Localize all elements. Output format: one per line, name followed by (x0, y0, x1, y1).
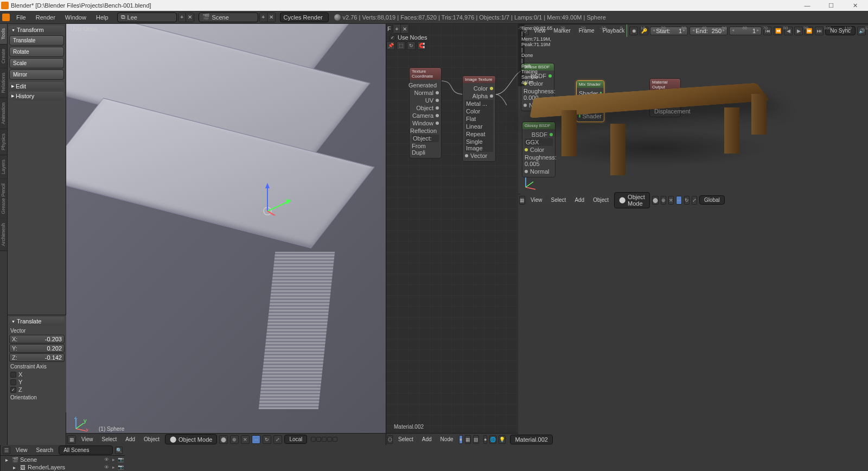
backdrop-icon[interactable]: ⬚ (397, 41, 405, 50)
compositor-icon[interactable]: ▦ (465, 435, 471, 444)
rotate-button[interactable]: Rotate (9, 47, 64, 57)
maximize-button[interactable]: ☐ (819, 0, 843, 11)
status-bar: v2.76 | Verts:88,019 | Faces:87,520 | Tr… (334, 14, 606, 21)
scene-add-remove[interactable]: +✕ (259, 12, 276, 22)
orientation-dropdown[interactable]: Local (284, 435, 307, 444)
pivot-icon[interactable]: ⊕ (230, 435, 239, 444)
material-field[interactable]: Material.002 (510, 435, 553, 444)
panel-transform-head[interactable]: Transform (9, 26, 64, 34)
rv-select-menu[interactable]: Select (548, 196, 570, 204)
shader-type-icon[interactable]: ● (459, 435, 463, 444)
pin-icon[interactable]: 📌 (386, 41, 395, 50)
texture-icon[interactable]: ▨ (473, 435, 479, 444)
rv-shading-icon[interactable]: ⬤ (652, 196, 659, 205)
object-shader-icon[interactable]: ● (483, 435, 487, 444)
node-image-texture[interactable]: Image Texture Color Alpha Metal ... Colo… (462, 75, 496, 162)
object-menu[interactable]: Object (141, 435, 163, 443)
rv-manip-scale-icon[interactable]: ⤢ (692, 196, 697, 205)
out-view-menu[interactable]: View (12, 446, 31, 454)
node-editor[interactable]: Texture Coordinate Generated Normal UV O… (386, 24, 518, 445)
keyframe-prev-icon[interactable]: ⏪ (774, 27, 782, 35)
editor-type-icon[interactable]: ▦ (67, 435, 76, 444)
manipulator-toggle-icon[interactable]: ⤧ (241, 435, 250, 444)
minimize-button[interactable]: — (795, 0, 819, 11)
op-y-field[interactable]: Y:0.202 (9, 344, 65, 353)
mirror-button[interactable]: Mirror (9, 69, 64, 80)
manip-scale-icon[interactable]: ⤢ (273, 435, 282, 444)
op-x-field[interactable]: X:-0.203 (9, 335, 65, 343)
op-z-field[interactable]: Z:-0.142 (9, 353, 65, 362)
use-nodes-check[interactable]: ✓Use Nodes (388, 34, 518, 41)
node-texcoord[interactable]: Texture Coordinate Generated Normal UV O… (409, 67, 442, 158)
lamp-shader-icon[interactable]: 💡 (499, 435, 506, 444)
world-shader-icon[interactable]: 🌐 (489, 435, 496, 444)
vtab-grease[interactable]: Grease Pencil (0, 179, 7, 219)
rv-manip-rotate-icon[interactable]: ↻ (684, 196, 690, 205)
rv-manipulator-icon[interactable]: ⤧ (668, 196, 674, 205)
select-menu[interactable]: Select (99, 435, 120, 443)
scene-dropdown[interactable]: 🎬Scene (199, 12, 258, 22)
play-icon[interactable]: ▶ (794, 27, 803, 35)
rv-mode-dropdown[interactable]: ⬤Object Mode (614, 192, 650, 208)
editor-type-icon[interactable]: ⬡ (387, 435, 393, 444)
editor-type-icon[interactable]: ▦ (519, 196, 525, 205)
timeline-tick: -30 (559, 26, 565, 30)
editor-type-icon[interactable]: ☰ (3, 447, 10, 454)
add-menu[interactable]: Add (122, 435, 138, 443)
search-icon[interactable]: 🔍 (115, 447, 123, 454)
snap-icon[interactable]: 🧲 (417, 41, 426, 50)
menu-help[interactable]: Help (92, 12, 113, 22)
constraint-x-check[interactable]: X (9, 371, 65, 378)
mat-add-remove[interactable]: +✕ (393, 24, 409, 34)
autoupdate-icon[interactable]: ↻ (407, 41, 416, 50)
scale-button[interactable]: Scale (9, 58, 64, 68)
vtab-animation[interactable]: Animation (0, 98, 7, 129)
vtab-relations[interactable]: Relations (0, 68, 7, 98)
constraint-z-check[interactable]: ✓Z (9, 386, 65, 393)
manip-translate-icon[interactable]: ↔ (252, 435, 260, 444)
outliner[interactable]: ☰ View Search All Scenes 🔍 ▸🎬Scene👁▸📷▸🖼R… (1, 445, 125, 471)
rv-manip-translate-icon[interactable]: ↔ (676, 196, 682, 205)
close-button[interactable]: ✕ (843, 0, 867, 11)
blender-icon[interactable] (2, 14, 10, 21)
rv-view-menu[interactable]: View (527, 196, 546, 204)
out-filter-dropdown[interactable]: All Scenes (59, 445, 113, 455)
layout-add-remove[interactable]: +✕ (178, 12, 194, 22)
render-engine-dropdown[interactable]: Cycles Render (280, 12, 329, 22)
jump-end-icon[interactable]: ⏭ (815, 27, 824, 35)
outliner-item[interactable]: ▸🎬Scene👁▸📷 (1, 456, 125, 463)
layer-buttons[interactable] (311, 437, 337, 442)
rv-pivot-icon[interactable]: ⊕ (661, 196, 666, 205)
op-head[interactable]: Translate (9, 317, 65, 326)
rv-object-menu[interactable]: Object (590, 196, 612, 204)
layout-dropdown[interactable]: ⧉Lee (117, 12, 177, 22)
constraint-y-check[interactable]: Y (9, 378, 65, 386)
vtab-physics[interactable]: Physics (0, 129, 7, 155)
view-menu[interactable]: View (78, 435, 97, 443)
vector-label: Vector (9, 327, 65, 335)
out-search-menu[interactable]: Search (33, 446, 57, 454)
vtab-create[interactable]: Create (0, 44, 7, 68)
vtab-layers[interactable]: Layers (0, 155, 7, 179)
menu-file[interactable]: File (12, 12, 30, 22)
manip-rotate-icon[interactable]: ↻ (263, 435, 271, 444)
mode-dropdown[interactable]: ⬤Object Mode (165, 434, 217, 444)
3d-viewport[interactable]: User Ortho (1) Sphere zxy ▦ View Select … (66, 24, 386, 445)
panel-history-head[interactable]: History (9, 92, 64, 100)
ne-select-menu[interactable]: Select (395, 435, 417, 443)
rv-add-menu[interactable]: Add (571, 196, 588, 204)
translate-button[interactable]: Translate (9, 35, 64, 46)
ne-node-menu[interactable]: Node (437, 435, 457, 443)
ne-add-menu[interactable]: Add (419, 435, 435, 443)
menu-window[interactable]: Window (61, 12, 91, 22)
viewport-shading-icon[interactable]: ⬤ (219, 435, 228, 444)
3d-manipulator[interactable] (259, 183, 291, 215)
rv-orientation-dropdown[interactable]: Global (699, 195, 725, 205)
auto-keyframe-icon[interactable]: ⏺ (629, 27, 638, 35)
vtab-archimesh[interactable]: Archimesh (0, 219, 7, 251)
menu-render[interactable]: Render (31, 12, 60, 22)
panel-edit-head[interactable]: Edit (9, 82, 64, 91)
vtab-tools[interactable]: Tools (0, 24, 7, 44)
timeline-tick: 80 (783, 26, 788, 30)
outliner-item[interactable]: ▸🖼RenderLayers👁▸📷 (1, 463, 125, 471)
